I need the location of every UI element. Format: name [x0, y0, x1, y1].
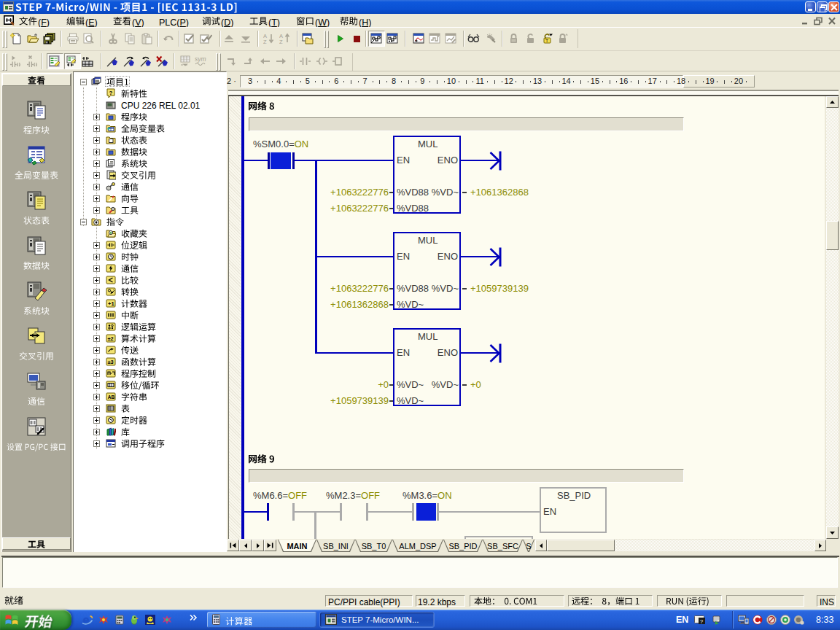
svg-text:AB: AB [108, 394, 115, 400]
svg-text:Z: Z [263, 39, 267, 44]
svg-text:±3: ±3 [108, 359, 114, 365]
svg-text:Z: Z [279, 39, 283, 44]
svg-text:+1: +1 [108, 300, 114, 307]
svg-text:?: ? [109, 90, 113, 96]
svg-text:±2: ±2 [108, 335, 114, 342]
svg-text:T: T [545, 39, 548, 43]
svg-text:?: ? [700, 618, 704, 625]
svg-text:sym: sym [195, 55, 206, 63]
